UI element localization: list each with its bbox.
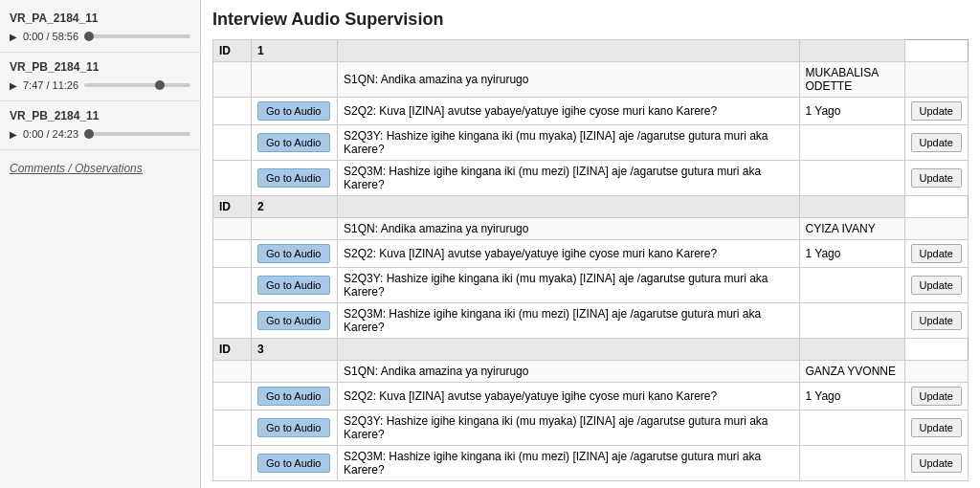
table-row: S1QN: Andika amazina ya nyirurugo GANZA … — [213, 361, 969, 383]
sidebar: VR_PA_2184_11 ▶ 0:00 / 58:56 VR_PB_2184_… — [0, 0, 201, 488]
update-button[interactable]: Update — [911, 276, 962, 295]
question-id — [213, 446, 252, 481]
question-id — [213, 161, 252, 196]
id-empty-1 — [338, 196, 800, 218]
table-row: Go to Audio S2Q3M: Hashize igihe kingana… — [213, 303, 969, 339]
s1qn-btn-cell — [252, 361, 338, 383]
time-display-2: 7:47 / 11:26 — [23, 79, 78, 91]
goto-audio-button[interactable]: Go to Audio — [257, 133, 330, 152]
question-text: S2Q3M: Hashize igihe kingana iki (mu mez… — [338, 446, 800, 481]
audio-item-2: VR_PB_2184_11 ▶ 7:47 / 11:26 — [0, 56, 200, 97]
answer-text: 1 Yago — [799, 383, 904, 410]
goto-audio-cell: Go to Audio — [252, 303, 338, 339]
goto-audio-button[interactable]: Go to Audio — [257, 454, 330, 473]
audio-controls-1: ▶ 0:00 / 58:56 — [0, 29, 200, 48]
audio-slider-3[interactable] — [84, 132, 190, 136]
comments-observations-link[interactable]: Comments / Observations — [0, 154, 200, 183]
audio-title-2: VR_PB_2184_11 — [0, 56, 200, 78]
audio-controls-2: ▶ 7:47 / 11:26 — [0, 78, 200, 97]
goto-audio-cell: Go to Audio — [252, 383, 338, 410]
goto-audio-button[interactable]: Go to Audio — [257, 101, 330, 121]
update-button[interactable]: Update — [911, 133, 962, 152]
table-row: Go to Audio S2Q2: Kuva [IZINA] avutse ya… — [213, 240, 969, 268]
s1qn-question: S1QN: Andika amazina ya nyirurugo — [338, 361, 800, 383]
question-text: S2Q3M: Hashize igihe kingana iki (mu mez… — [338, 161, 800, 196]
goto-audio-cell: Go to Audio — [252, 446, 338, 481]
answer-text — [799, 410, 904, 446]
question-id — [213, 98, 252, 125]
id-empty-2 — [799, 196, 904, 218]
goto-audio-button[interactable]: Go to Audio — [257, 168, 330, 188]
s1qn-update — [904, 361, 968, 383]
answer-text — [799, 268, 904, 303]
play-button-1[interactable]: ▶ — [10, 32, 17, 42]
s1qn-id — [213, 218, 252, 240]
answer-text — [799, 303, 904, 339]
table-row: Go to Audio S2Q3Y: Hashize igihe kingana… — [213, 410, 969, 446]
update-button[interactable]: Update — [911, 418, 962, 437]
goto-audio-cell: Go to Audio — [252, 410, 338, 446]
question-id — [213, 268, 252, 303]
audio-slider-1[interactable] — [84, 34, 190, 38]
main-content: Interview Audio Supervision ID 1 S1QN: A… — [201, 0, 980, 488]
id-cell: ID — [213, 40, 252, 62]
update-button[interactable]: Update — [911, 311, 962, 330]
slider-thumb-3 — [84, 129, 94, 139]
question-id — [213, 303, 252, 339]
audio-slider-2[interactable] — [84, 83, 190, 87]
table-row: Go to Audio S2Q3Y: Hashize igihe kingana… — [213, 268, 969, 303]
question-text: S2Q2: Kuva [IZINA] avutse yabaye/yatuye … — [338, 98, 800, 125]
update-cell: Update — [904, 383, 968, 410]
update-cell: Update — [904, 410, 968, 446]
answer-text: 1 Yago — [799, 98, 904, 125]
play-button-2[interactable]: ▶ — [10, 80, 17, 91]
goto-audio-cell: Go to Audio — [252, 161, 338, 196]
id-value: 2 — [252, 196, 338, 218]
id-empty-2 — [799, 40, 904, 62]
update-button[interactable]: Update — [911, 387, 962, 406]
table-row: Go to Audio S2Q2: Kuva [IZINA] avutse ya… — [213, 98, 969, 125]
question-id — [213, 240, 252, 268]
id-empty-1 — [338, 339, 800, 361]
goto-audio-button[interactable]: Go to Audio — [257, 418, 330, 437]
play-button-3[interactable]: ▶ — [10, 129, 17, 140]
goto-audio-cell: Go to Audio — [252, 240, 338, 268]
goto-audio-button[interactable]: Go to Audio — [257, 276, 330, 295]
table-row: ID 3 — [213, 339, 969, 361]
slider-thumb-2 — [155, 80, 165, 90]
s1qn-answer: MUKABALISA ODETTE — [799, 62, 904, 98]
goto-audio-cell: Go to Audio — [252, 98, 338, 125]
goto-audio-button[interactable]: Go to Audio — [257, 311, 330, 330]
comments-label: Comments — [10, 162, 65, 175]
id-value: 1 — [252, 40, 338, 62]
s1qn-question: S1QN: Andika amazina ya nyirurugo — [338, 62, 800, 98]
goto-audio-button[interactable]: Go to Audio — [257, 244, 330, 263]
question-id — [213, 383, 252, 410]
update-button[interactable]: Update — [911, 454, 962, 473]
update-button[interactable]: Update — [911, 101, 962, 121]
time-display-3: 0:00 / 24:23 — [23, 128, 78, 140]
update-button[interactable]: Update — [911, 168, 962, 188]
audio-title-1: VR_PA_2184_11 — [0, 8, 200, 29]
goto-audio-button[interactable]: Go to Audio — [257, 387, 330, 406]
table-row: ID 2 — [213, 196, 969, 218]
question-text: S2Q3Y: Hashize igihe kingana iki (mu mya… — [338, 268, 800, 303]
s1qn-question: S1QN: Andika amazina ya nyirurugo — [338, 218, 800, 240]
s1qn-update — [904, 62, 968, 98]
answer-text — [799, 161, 904, 196]
update-cell: Update — [904, 446, 968, 481]
question-text: S2Q2: Kuva [IZINA] avutse yabaye/yatuye … — [338, 240, 800, 268]
table-row: Go to Audio S2Q3M: Hashize igihe kingana… — [213, 161, 969, 196]
answer-text: 1 Yago — [799, 240, 904, 268]
id-empty-2 — [799, 339, 904, 361]
s1qn-btn-cell — [252, 218, 338, 240]
answer-text — [799, 125, 904, 161]
audio-item-1: VR_PA_2184_11 ▶ 0:00 / 58:56 — [0, 8, 200, 48]
s1qn-btn-cell — [252, 62, 338, 98]
s1qn-answer: GANZA YVONNE — [799, 361, 904, 383]
update-button[interactable]: Update — [911, 244, 962, 263]
goto-audio-cell: Go to Audio — [252, 125, 338, 161]
slider-thumb-1 — [84, 32, 94, 41]
s1qn-id — [213, 62, 252, 98]
s1qn-update — [904, 218, 968, 240]
